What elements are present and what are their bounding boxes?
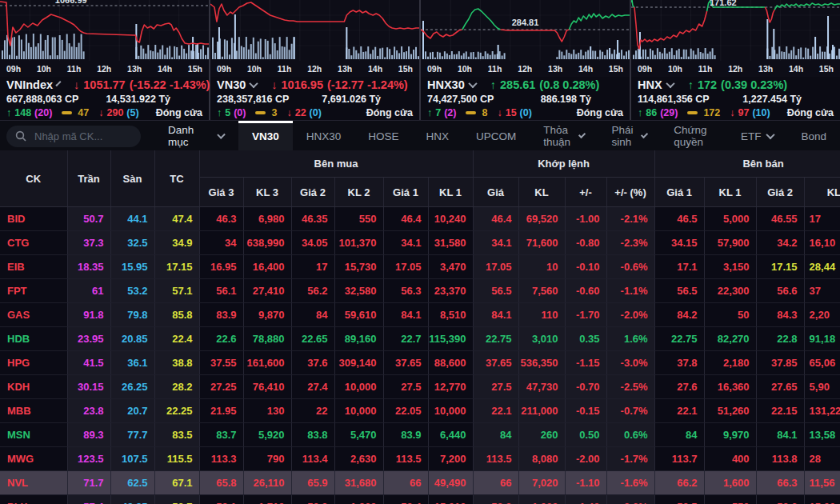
index-chart-vn30[interactable]: 09h10h11h12h13h14h15h: [210, 0, 419, 77]
price-cell[interactable]: 46.4: [473, 207, 518, 231]
price-cell[interactable]: 15,730: [334, 255, 383, 279]
price-cell[interactable]: 22.1: [654, 399, 704, 423]
ticker-cell[interactable]: GAS: [0, 303, 67, 327]
price-cell[interactable]: 1,860: [334, 495, 383, 504]
price-cell[interactable]: 59,610: [334, 303, 383, 327]
price-cell[interactable]: 7,560: [518, 279, 565, 303]
price-cell[interactable]: 309,140: [334, 351, 383, 375]
cut-cell[interactable]: 131,22: [804, 399, 840, 423]
price-cell[interactable]: -1.70: [565, 303, 606, 327]
ticker-cell[interactable]: HDB: [0, 327, 67, 351]
price-cell[interactable]: -1.6%: [606, 471, 654, 495]
price-cell[interactable]: 37.85: [756, 351, 804, 375]
price-cell[interactable]: 115,390: [428, 327, 473, 351]
chevron-down-icon[interactable]: [55, 81, 61, 86]
price-cell[interactable]: -2.3%: [606, 231, 654, 255]
price-cell[interactable]: 22.8: [756, 327, 804, 351]
cut-cell[interactable]: 2,20: [804, 303, 840, 327]
price-cell[interactable]: 34: [199, 231, 243, 255]
price-cell[interactable]: -2.1%: [606, 207, 654, 231]
price-cell[interactable]: -0.60: [565, 279, 606, 303]
ticker-cell[interactable]: CTG: [0, 231, 67, 255]
price-cell[interactable]: 115.5: [154, 447, 199, 471]
price-cell[interactable]: 113.5: [473, 447, 518, 471]
tab-phái-sinh[interactable]: Phái sinh: [598, 121, 661, 151]
price-cell[interactable]: 20.7: [110, 399, 154, 423]
price-cell[interactable]: 84.1: [756, 423, 804, 447]
price-cell[interactable]: -0.70: [565, 375, 606, 399]
price-cell[interactable]: 20.85: [110, 327, 154, 351]
price-cell[interactable]: 56.3: [383, 279, 428, 303]
price-cell[interactable]: 83.8: [291, 423, 334, 447]
price-cell[interactable]: 16.95: [199, 255, 243, 279]
price-cell[interactable]: 400: [704, 447, 756, 471]
price-cell[interactable]: 47.4: [154, 207, 199, 231]
index-name[interactable]: HNX: [638, 78, 662, 91]
price-cell[interactable]: 22.1: [473, 399, 518, 423]
price-cell[interactable]: 15,010: [428, 495, 473, 504]
ticker-cell[interactable]: KDH: [0, 375, 67, 399]
price-cell[interactable]: 71,600: [518, 231, 565, 255]
price-cell[interactable]: 16,400: [243, 255, 291, 279]
price-cell[interactable]: 1.6%: [606, 327, 654, 351]
price-cell[interactable]: 550: [334, 207, 383, 231]
price-cell[interactable]: -2.0%: [606, 303, 654, 327]
price-cell[interactable]: 130: [243, 399, 291, 423]
price-cell[interactable]: 57.1: [154, 279, 199, 303]
price-cell[interactable]: 83.9: [383, 423, 428, 447]
price-cell[interactable]: 3,470: [428, 255, 473, 279]
price-cell[interactable]: 10,000: [428, 399, 473, 423]
price-cell[interactable]: 22.6: [199, 327, 243, 351]
price-cell[interactable]: 53.7: [154, 495, 199, 504]
price-cell[interactable]: 34.1: [473, 231, 518, 255]
price-cell[interactable]: 88,600: [428, 351, 473, 375]
price-cell[interactable]: -0.15: [565, 399, 606, 423]
price-cell[interactable]: 17.15: [154, 255, 199, 279]
price-cell[interactable]: 52.5: [654, 495, 704, 504]
price-cell[interactable]: 0.6%: [606, 423, 654, 447]
tab-bond[interactable]: Bond: [787, 121, 840, 151]
price-cell[interactable]: 0.35: [565, 327, 606, 351]
price-cell[interactable]: 23.95: [67, 327, 110, 351]
index-chart-vnindex[interactable]: 1066.99 09h10h11h12h13h14h15h: [0, 0, 209, 77]
price-cell[interactable]: 17.05: [383, 255, 428, 279]
price-cell[interactable]: 34.1: [383, 231, 428, 255]
price-cell[interactable]: 69,520: [518, 207, 565, 231]
price-cell[interactable]: 31,580: [428, 231, 473, 255]
price-cell[interactable]: 27.6: [654, 375, 704, 399]
price-cell[interactable]: -3.0%: [606, 351, 654, 375]
price-cell[interactable]: 83.7: [199, 423, 243, 447]
price-cell[interactable]: 113.4: [291, 447, 334, 471]
ticker-cell[interactable]: EIB: [0, 255, 67, 279]
price-cell[interactable]: 30.15: [67, 375, 110, 399]
price-cell[interactable]: 76,410: [243, 375, 291, 399]
price-cell[interactable]: 260: [518, 423, 565, 447]
price-cell[interactable]: 23.8: [67, 399, 110, 423]
price-cell[interactable]: 32,580: [334, 279, 383, 303]
price-cell[interactable]: 17.15: [756, 255, 804, 279]
price-cell[interactable]: 83.9: [199, 303, 243, 327]
price-cell[interactable]: 34.15: [654, 231, 704, 255]
price-cell[interactable]: 26,110: [243, 471, 291, 495]
price-cell[interactable]: 46.55: [756, 207, 804, 231]
price-cell[interactable]: 84: [291, 303, 334, 327]
price-cell[interactable]: -2.5%: [606, 375, 654, 399]
price-cell[interactable]: 8,080: [518, 447, 565, 471]
price-cell[interactable]: 50: [704, 303, 756, 327]
price-cell[interactable]: 37.6: [291, 351, 334, 375]
price-cell[interactable]: 84.3: [756, 303, 804, 327]
tab-thỏa-thuận[interactable]: Thỏa thuận: [530, 121, 598, 151]
price-cell[interactable]: 71.7: [67, 471, 110, 495]
price-cell[interactable]: 89.3: [67, 423, 110, 447]
price-cell[interactable]: 22.4: [154, 327, 199, 351]
cut-cell[interactable]: 13,58: [804, 423, 840, 447]
price-cell[interactable]: 23,370: [428, 279, 473, 303]
tab-hose[interactable]: HOSE: [354, 121, 412, 151]
price-cell[interactable]: 16,360: [704, 375, 756, 399]
price-cell[interactable]: 34.05: [291, 231, 334, 255]
price-cell[interactable]: 84: [473, 423, 518, 447]
price-cell[interactable]: 27.5: [473, 375, 518, 399]
ticker-cell[interactable]: BID: [0, 207, 67, 231]
ticker-cell[interactable]: MBB: [0, 399, 67, 423]
cut-cell[interactable]: 16,10: [804, 231, 840, 255]
